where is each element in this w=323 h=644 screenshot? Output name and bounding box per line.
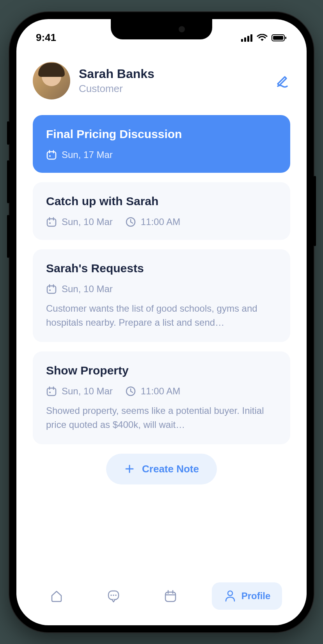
note-date-text: Sun, 17 Mar	[62, 149, 113, 160]
svg-rect-0	[241, 39, 243, 42]
svg-rect-6	[285, 37, 286, 39]
phone-side-button	[7, 121, 9, 145]
home-icon	[49, 589, 64, 603]
note-time: 11:00 AM	[125, 216, 180, 227]
svg-point-35	[228, 591, 232, 596]
screen: 9:41	[16, 19, 307, 625]
create-note-button[interactable]: Create Note	[106, 454, 217, 484]
avatar[interactable]	[33, 62, 70, 99]
phone-side-button	[7, 215, 9, 258]
note-card[interactable]: Catch up with Sarah Sun, 10 Mar	[33, 182, 290, 240]
note-title: Sarah's Requests	[46, 262, 277, 275]
svg-point-10	[49, 155, 51, 157]
svg-rect-20	[47, 388, 56, 396]
note-meta: Sun, 17 Mar	[46, 149, 277, 160]
create-note-label: Create Note	[142, 463, 199, 475]
profile-icon	[224, 589, 237, 603]
svg-rect-3	[250, 34, 252, 42]
note-title: Show Property	[46, 364, 277, 377]
profile-header: Sarah Banks Customer	[33, 62, 290, 99]
battery-icon	[272, 34, 287, 42]
edit-button[interactable]	[275, 73, 290, 89]
calendar-icon	[46, 216, 57, 227]
content: Sarah Banks Customer Final Pricing Discu…	[16, 46, 307, 484]
svg-rect-2	[247, 36, 249, 42]
note-title: Catch up with Sarah	[46, 195, 277, 208]
status-time: 9:41	[36, 32, 56, 44]
chat-icon	[106, 589, 121, 603]
clock-icon	[125, 216, 136, 227]
nav-chat[interactable]	[98, 582, 129, 610]
nav-profile[interactable]: Profile	[212, 582, 282, 610]
cellular-icon	[241, 34, 253, 42]
nav-profile-label: Profile	[241, 591, 271, 601]
svg-rect-5	[273, 36, 283, 40]
calendar-icon	[46, 386, 57, 397]
bottom-nav: Profile	[16, 575, 307, 625]
svg-rect-7	[47, 152, 56, 159]
svg-point-30	[115, 594, 117, 596]
svg-point-23	[49, 392, 51, 393]
note-date: Sun, 10 Mar	[46, 386, 113, 397]
note-title: Final Pricing Discussion	[46, 128, 277, 141]
phone-frame: 9:41	[9, 12, 314, 632]
note-body: Customer wants the list of good schools,…	[46, 302, 277, 330]
nav-calendar[interactable]	[155, 582, 186, 610]
svg-point-29	[113, 594, 114, 596]
calendar-icon	[46, 284, 57, 295]
svg-rect-31	[165, 592, 176, 601]
svg-point-14	[49, 222, 51, 224]
note-time-text: 11:00 AM	[141, 216, 180, 227]
note-date: Sun, 17 Mar	[46, 149, 113, 160]
note-card[interactable]: Sarah's Requests Sun, 10 Mar Customer wa…	[33, 249, 290, 342]
profile-role: Customer	[79, 83, 266, 95]
svg-rect-11	[47, 219, 56, 226]
note-time-text: 11:00 AM	[141, 386, 180, 397]
status-icons	[241, 34, 287, 42]
note-date-text: Sun, 10 Mar	[62, 284, 113, 295]
phone-notch	[111, 19, 212, 39]
note-meta: Sun, 10 Mar	[46, 284, 277, 295]
svg-rect-1	[244, 37, 246, 42]
wifi-icon	[257, 34, 268, 42]
clock-icon	[125, 386, 136, 397]
plus-icon	[124, 463, 135, 474]
note-card[interactable]: Show Property Sun, 10 Mar	[33, 351, 290, 444]
note-card[interactable]: Final Pricing Discussion Sun, 17 Mar	[33, 115, 290, 173]
note-date: Sun, 10 Mar	[46, 284, 113, 295]
note-date: Sun, 10 Mar	[46, 216, 113, 227]
edit-icon	[275, 73, 290, 89]
note-time: 11:00 AM	[125, 386, 180, 397]
profile-header-text: Sarah Banks Customer	[79, 67, 266, 95]
note-body: Showed property, seems like a potential …	[46, 404, 277, 432]
note-date-text: Sun, 10 Mar	[62, 386, 113, 397]
phone-side-button	[7, 160, 9, 203]
svg-point-28	[110, 594, 112, 596]
profile-name: Sarah Banks	[79, 67, 266, 81]
calendar-icon	[46, 149, 57, 160]
note-meta: Sun, 10 Mar 11:00 AM	[46, 216, 277, 227]
phone-side-button	[314, 176, 316, 246]
note-meta: Sun, 10 Mar 11:00 AM	[46, 386, 277, 397]
calendar-icon	[163, 589, 178, 603]
nav-home[interactable]	[41, 582, 72, 610]
svg-point-19	[49, 289, 51, 291]
svg-rect-16	[47, 286, 56, 293]
note-date-text: Sun, 10 Mar	[62, 216, 113, 227]
